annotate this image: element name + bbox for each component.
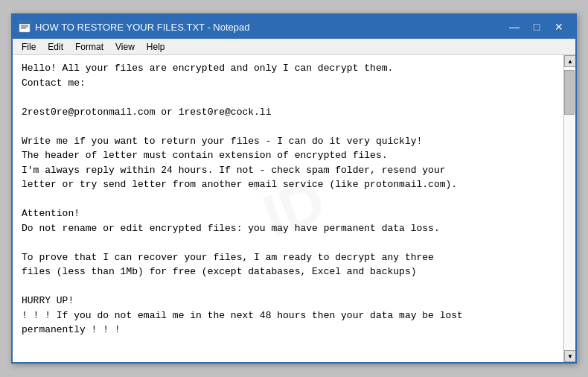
minimize-button[interactable]: —	[504, 18, 525, 36]
menu-format[interactable]: Format	[69, 40, 109, 54]
text-editor[interactable]: Hello! All your files are encrypted and …	[13, 55, 563, 362]
scroll-up-button[interactable]: ▲	[564, 55, 575, 67]
title-bar: HOW TO RESTORE YOUR FILES.TXT - Notepad …	[13, 15, 575, 39]
window-controls: — □ ✕	[504, 18, 569, 36]
close-button[interactable]: ✕	[549, 18, 569, 36]
content-area: ID Hello! All your files are encrypted a…	[13, 55, 575, 362]
svg-rect-1	[19, 22, 30, 24]
window-icon	[19, 21, 31, 33]
menu-help[interactable]: Help	[141, 40, 171, 54]
window-title: HOW TO RESTORE YOUR FILES.TXT - Notepad	[35, 22, 504, 33]
menu-bar: File Edit Format View Help	[13, 39, 575, 55]
menu-edit[interactable]: Edit	[42, 40, 69, 54]
scroll-down-button[interactable]: ▼	[564, 350, 575, 362]
maximize-button[interactable]: □	[526, 18, 547, 36]
scrollbar-track[interactable]	[564, 67, 575, 350]
scrollbar[interactable]: ▲ ▼	[563, 55, 575, 362]
menu-file[interactable]: File	[16, 40, 42, 54]
notepad-window: HOW TO RESTORE YOUR FILES.TXT - Notepad …	[11, 13, 577, 364]
menu-view[interactable]: View	[109, 40, 141, 54]
scrollbar-thumb[interactable]	[564, 70, 575, 115]
